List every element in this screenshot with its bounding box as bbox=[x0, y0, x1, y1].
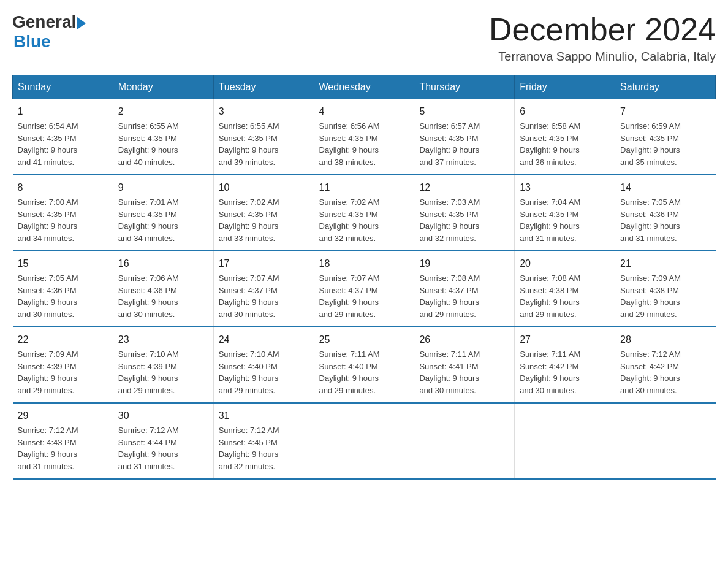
page-header: General Blue December 2024 Terranova Sap… bbox=[12, 12, 716, 64]
calendar-day-cell bbox=[615, 403, 716, 479]
day-details: Sunrise: 7:08 AMSunset: 4:37 PMDaylight:… bbox=[419, 272, 509, 320]
logo-arrow-icon bbox=[77, 17, 86, 29]
day-details: Sunrise: 7:12 AMSunset: 4:42 PMDaylight:… bbox=[620, 348, 710, 396]
calendar-day-cell: 30Sunrise: 7:12 AMSunset: 4:44 PMDayligh… bbox=[113, 403, 213, 479]
calendar-day-cell: 1Sunrise: 6:54 AMSunset: 4:35 PMDaylight… bbox=[13, 99, 113, 175]
day-number: 12 bbox=[419, 180, 509, 195]
calendar-day-cell: 22Sunrise: 7:09 AMSunset: 4:39 PMDayligh… bbox=[13, 327, 113, 403]
calendar-day-cell: 20Sunrise: 7:08 AMSunset: 4:38 PMDayligh… bbox=[515, 251, 615, 327]
day-number: 2 bbox=[118, 104, 208, 119]
calendar-day-cell: 6Sunrise: 6:58 AMSunset: 4:35 PMDaylight… bbox=[515, 99, 615, 175]
location-subtitle: Terranova Sappo Minulio, Calabria, Italy bbox=[489, 50, 716, 64]
calendar-week-row: 15Sunrise: 7:05 AMSunset: 4:36 PMDayligh… bbox=[13, 251, 716, 327]
calendar-day-cell: 24Sunrise: 7:10 AMSunset: 4:40 PMDayligh… bbox=[213, 327, 314, 403]
day-number: 15 bbox=[18, 256, 108, 271]
calendar-day-cell: 8Sunrise: 7:00 AMSunset: 4:35 PMDaylight… bbox=[13, 175, 113, 251]
day-number: 10 bbox=[219, 180, 309, 195]
day-details: Sunrise: 7:03 AMSunset: 4:35 PMDaylight:… bbox=[419, 196, 509, 244]
day-number: 5 bbox=[419, 104, 509, 119]
day-number: 27 bbox=[520, 332, 610, 347]
calendar-day-cell: 31Sunrise: 7:12 AMSunset: 4:45 PMDayligh… bbox=[213, 403, 314, 479]
calendar-day-cell: 7Sunrise: 6:59 AMSunset: 4:35 PMDaylight… bbox=[615, 99, 716, 175]
calendar-day-cell: 25Sunrise: 7:11 AMSunset: 4:40 PMDayligh… bbox=[314, 327, 414, 403]
logo-general-text: General bbox=[12, 12, 76, 32]
day-number: 1 bbox=[18, 104, 108, 119]
day-details: Sunrise: 7:05 AMSunset: 4:36 PMDaylight:… bbox=[18, 272, 108, 320]
day-number: 24 bbox=[219, 332, 309, 347]
calendar-day-cell: 12Sunrise: 7:03 AMSunset: 4:35 PMDayligh… bbox=[414, 175, 515, 251]
day-details: Sunrise: 7:01 AMSunset: 4:35 PMDaylight:… bbox=[118, 196, 208, 244]
day-number: 22 bbox=[18, 332, 108, 347]
day-number: 17 bbox=[219, 256, 309, 271]
calendar-day-cell: 2Sunrise: 6:55 AMSunset: 4:35 PMDaylight… bbox=[113, 99, 213, 175]
calendar-day-cell: 13Sunrise: 7:04 AMSunset: 4:35 PMDayligh… bbox=[515, 175, 615, 251]
day-number: 19 bbox=[419, 256, 509, 271]
title-section: December 2024 Terranova Sappo Minulio, C… bbox=[489, 12, 716, 64]
day-details: Sunrise: 7:11 AMSunset: 4:41 PMDaylight:… bbox=[419, 348, 509, 396]
day-details: Sunrise: 7:12 AMSunset: 4:44 PMDaylight:… bbox=[118, 424, 208, 472]
calendar-day-cell: 5Sunrise: 6:57 AMSunset: 4:35 PMDaylight… bbox=[414, 99, 515, 175]
day-details: Sunrise: 7:02 AMSunset: 4:35 PMDaylight:… bbox=[319, 196, 409, 244]
day-number: 29 bbox=[18, 408, 108, 423]
calendar-day-cell: 29Sunrise: 7:12 AMSunset: 4:43 PMDayligh… bbox=[13, 403, 113, 479]
calendar-day-cell: 15Sunrise: 7:05 AMSunset: 4:36 PMDayligh… bbox=[13, 251, 113, 327]
calendar-day-cell: 23Sunrise: 7:10 AMSunset: 4:39 PMDayligh… bbox=[113, 327, 213, 403]
day-number: 16 bbox=[118, 256, 208, 271]
calendar-day-cell: 14Sunrise: 7:05 AMSunset: 4:36 PMDayligh… bbox=[615, 175, 716, 251]
day-number: 26 bbox=[419, 332, 509, 347]
logo-blue-text: Blue bbox=[13, 32, 86, 52]
calendar-week-row: 8Sunrise: 7:00 AMSunset: 4:35 PMDaylight… bbox=[13, 175, 716, 251]
day-number: 31 bbox=[219, 408, 309, 423]
calendar-day-cell: 21Sunrise: 7:09 AMSunset: 4:38 PMDayligh… bbox=[615, 251, 716, 327]
calendar-day-cell: 17Sunrise: 7:07 AMSunset: 4:37 PMDayligh… bbox=[213, 251, 314, 327]
day-details: Sunrise: 7:12 AMSunset: 4:45 PMDaylight:… bbox=[219, 424, 309, 472]
day-details: Sunrise: 7:07 AMSunset: 4:37 PMDaylight:… bbox=[219, 272, 309, 320]
header-wednesday: Wednesday bbox=[314, 75, 414, 99]
day-details: Sunrise: 6:56 AMSunset: 4:35 PMDaylight:… bbox=[319, 120, 409, 168]
calendar-week-row: 22Sunrise: 7:09 AMSunset: 4:39 PMDayligh… bbox=[13, 327, 716, 403]
day-number: 30 bbox=[118, 408, 208, 423]
day-details: Sunrise: 7:10 AMSunset: 4:40 PMDaylight:… bbox=[219, 348, 309, 396]
day-details: Sunrise: 7:09 AMSunset: 4:39 PMDaylight:… bbox=[18, 348, 108, 396]
header-thursday: Thursday bbox=[414, 75, 515, 99]
day-details: Sunrise: 7:12 AMSunset: 4:43 PMDaylight:… bbox=[18, 424, 108, 472]
day-details: Sunrise: 7:08 AMSunset: 4:38 PMDaylight:… bbox=[520, 272, 610, 320]
day-number: 14 bbox=[620, 180, 710, 195]
calendar-day-cell: 27Sunrise: 7:11 AMSunset: 4:42 PMDayligh… bbox=[515, 327, 615, 403]
calendar-week-row: 1Sunrise: 6:54 AMSunset: 4:35 PMDaylight… bbox=[13, 99, 716, 175]
calendar-day-cell bbox=[515, 403, 615, 479]
calendar-day-cell: 16Sunrise: 7:06 AMSunset: 4:36 PMDayligh… bbox=[113, 251, 213, 327]
day-details: Sunrise: 6:59 AMSunset: 4:35 PMDaylight:… bbox=[620, 120, 710, 168]
day-number: 4 bbox=[319, 104, 409, 119]
calendar-day-cell: 18Sunrise: 7:07 AMSunset: 4:37 PMDayligh… bbox=[314, 251, 414, 327]
day-details: Sunrise: 7:00 AMSunset: 4:35 PMDaylight:… bbox=[18, 196, 108, 244]
day-details: Sunrise: 6:55 AMSunset: 4:35 PMDaylight:… bbox=[219, 120, 309, 168]
calendar-table: Sunday Monday Tuesday Wednesday Thursday… bbox=[12, 75, 716, 480]
day-number: 25 bbox=[319, 332, 409, 347]
header-saturday: Saturday bbox=[615, 75, 716, 99]
calendar-day-cell: 4Sunrise: 6:56 AMSunset: 4:35 PMDaylight… bbox=[314, 99, 414, 175]
month-year-title: December 2024 bbox=[489, 12, 716, 47]
day-details: Sunrise: 7:05 AMSunset: 4:36 PMDaylight:… bbox=[620, 196, 710, 244]
day-details: Sunrise: 7:11 AMSunset: 4:40 PMDaylight:… bbox=[319, 348, 409, 396]
calendar-day-cell: 11Sunrise: 7:02 AMSunset: 4:35 PMDayligh… bbox=[314, 175, 414, 251]
day-number: 7 bbox=[620, 104, 710, 119]
calendar-header-row: Sunday Monday Tuesday Wednesday Thursday… bbox=[13, 75, 716, 99]
day-details: Sunrise: 7:07 AMSunset: 4:37 PMDaylight:… bbox=[319, 272, 409, 320]
day-details: Sunrise: 7:02 AMSunset: 4:35 PMDaylight:… bbox=[219, 196, 309, 244]
calendar-day-cell: 10Sunrise: 7:02 AMSunset: 4:35 PMDayligh… bbox=[213, 175, 314, 251]
day-details: Sunrise: 7:11 AMSunset: 4:42 PMDaylight:… bbox=[520, 348, 610, 396]
header-tuesday: Tuesday bbox=[213, 75, 314, 99]
day-number: 18 bbox=[319, 256, 409, 271]
calendar-day-cell: 3Sunrise: 6:55 AMSunset: 4:35 PMDaylight… bbox=[213, 99, 314, 175]
calendar-day-cell: 19Sunrise: 7:08 AMSunset: 4:37 PMDayligh… bbox=[414, 251, 515, 327]
header-sunday: Sunday bbox=[13, 75, 113, 99]
logo: General Blue bbox=[12, 12, 86, 52]
day-details: Sunrise: 7:06 AMSunset: 4:36 PMDaylight:… bbox=[118, 272, 208, 320]
calendar-day-cell: 28Sunrise: 7:12 AMSunset: 4:42 PMDayligh… bbox=[615, 327, 716, 403]
day-number: 23 bbox=[118, 332, 208, 347]
day-number: 6 bbox=[520, 104, 610, 119]
day-details: Sunrise: 6:54 AMSunset: 4:35 PMDaylight:… bbox=[18, 120, 108, 168]
day-details: Sunrise: 7:04 AMSunset: 4:35 PMDaylight:… bbox=[520, 196, 610, 244]
day-number: 3 bbox=[219, 104, 309, 119]
